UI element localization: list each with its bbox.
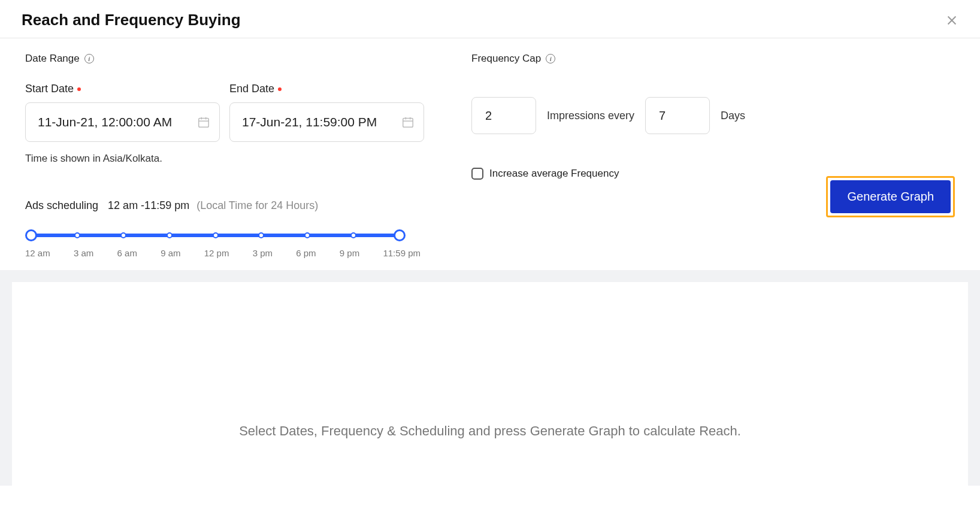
close-icon[interactable] [945, 14, 958, 27]
graph-area: Select Dates, Frequency & Scheduling and… [0, 270, 980, 486]
page-title: Reach and Frequency Buying [22, 11, 241, 29]
increase-frequency-checkbox[interactable] [471, 168, 483, 180]
slider-label: 9 pm [340, 248, 359, 258]
header: Reach and Frequency Buying [0, 0, 980, 38]
required-dot [278, 87, 282, 91]
slider-label: 12 pm [204, 248, 229, 258]
required-dot [77, 87, 81, 91]
slider-label: 12 am [25, 248, 50, 258]
slider-handle-start[interactable] [25, 229, 37, 241]
impressions-every-text: Impressions every [547, 110, 634, 122]
info-icon[interactable]: i [546, 54, 555, 63]
ads-scheduling-time: 12 am -11:59 pm [108, 199, 189, 212]
start-date-input[interactable] [25, 102, 220, 142]
end-date-input[interactable] [229, 102, 424, 142]
slider-label: 6 pm [296, 248, 316, 258]
info-icon[interactable]: i [84, 54, 94, 63]
days-input[interactable] [645, 97, 710, 134]
timezone-note: Time is shown in Asia/Kolkata. [25, 153, 471, 165]
slider-tick [350, 232, 356, 238]
graph-placeholder-text: Select Dates, Frequency & Scheduling and… [239, 423, 741, 439]
date-range-label-text: Date Range [25, 53, 80, 65]
slider-tick [120, 232, 126, 238]
date-range-label: Date Range i [25, 53, 94, 65]
generate-graph-button[interactable]: Generate Graph [830, 180, 951, 213]
days-text: Days [721, 110, 745, 122]
end-date-label: End Date [229, 83, 424, 95]
frequency-cap-label: Frequency Cap i [471, 53, 555, 65]
impressions-input[interactable] [471, 97, 536, 134]
slider-tick [167, 232, 173, 238]
frequency-cap-label-text: Frequency Cap [471, 53, 541, 65]
slider-handle-end[interactable] [394, 229, 406, 241]
slider-label: 3 pm [253, 248, 273, 258]
slider-labels: 12 am 3 am 6 am 9 am 12 pm 3 pm 6 pm 9 p… [25, 248, 421, 258]
slider-label: 6 am [117, 248, 137, 258]
time-slider[interactable]: 12 am 3 am 6 am 9 am 12 pm 3 pm 6 pm 9 p… [25, 234, 421, 258]
slider-tick [213, 232, 219, 238]
ads-scheduling-label: Ads scheduling [25, 199, 98, 212]
slider-label: 9 am [161, 248, 180, 258]
generate-graph-highlight: Generate Graph [826, 176, 955, 217]
ads-scheduling-note: (Local Time for 24 Hours) [196, 199, 318, 212]
slider-label: 3 am [74, 248, 93, 258]
slider-tick [258, 232, 264, 238]
slider-label: 11:59 pm [383, 248, 421, 258]
increase-frequency-label: Increase average Frequency [489, 168, 619, 180]
slider-tick [304, 232, 310, 238]
slider-tick [74, 232, 80, 238]
start-date-label: Start Date [25, 83, 220, 95]
